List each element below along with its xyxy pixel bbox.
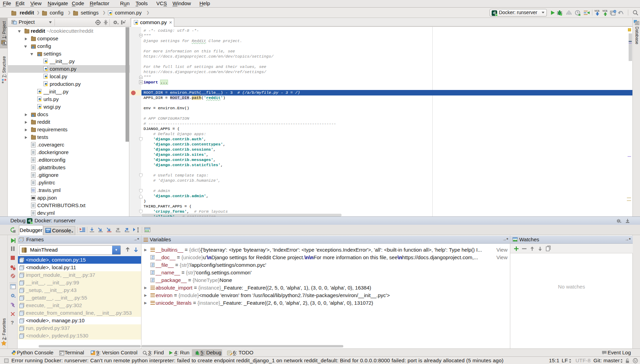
svg-text:VCS: VCS [594, 10, 600, 12]
svg-text:VCS: VCS [602, 10, 608, 12]
